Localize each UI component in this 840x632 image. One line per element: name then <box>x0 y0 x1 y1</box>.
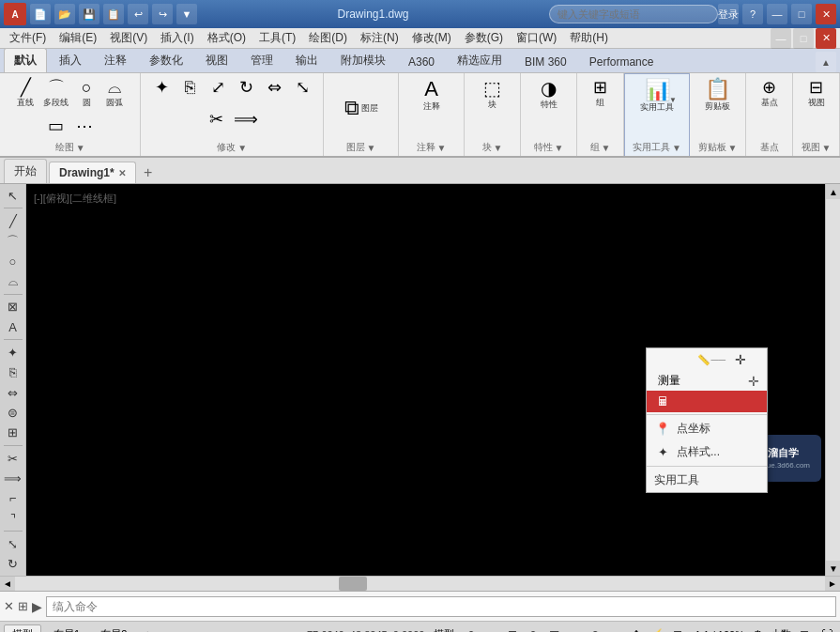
status-tab-add[interactable]: + <box>139 626 156 633</box>
lt-scale[interactable]: ⤡ <box>2 534 24 553</box>
annotation-text-btn[interactable]: A 注释 <box>419 77 445 115</box>
menu-help[interactable]: 帮助(H) <box>564 28 614 48</box>
scroll-up-btn[interactable]: ▲ <box>826 184 840 199</box>
cmd-expand-btn[interactable]: ⊞ <box>18 599 28 613</box>
menu-window[interactable]: 窗口(W) <box>511 28 562 48</box>
lt-circle[interactable]: ○ <box>2 252 24 270</box>
dropdown-point-coord-item[interactable]: 📍 点坐标 <box>647 417 767 440</box>
user-login[interactable]: 登录 <box>718 4 739 24</box>
group-group-label[interactable]: 组 ▼ <box>590 139 611 154</box>
title-search-input[interactable] <box>549 5 718 23</box>
menu-dimension[interactable]: 标注(N) <box>355 28 405 48</box>
close-button[interactable]: ✕ <box>816 4 836 24</box>
redo-icon[interactable]: ↪ <box>152 4 173 24</box>
status-sel-icon[interactable]: ⊡ <box>668 625 687 633</box>
status-tab-model[interactable]: 模型 <box>4 624 41 632</box>
modify-stretch-btn[interactable]: ⤢ <box>205 77 231 98</box>
basepoint-group-label[interactable]: 基点 <box>760 139 779 154</box>
status-ortho-icon[interactable]: ⊞ <box>503 625 522 633</box>
lt-hatch[interactable]: ⊠ <box>2 298 24 316</box>
menu-modify[interactable]: 修改(M) <box>406 28 457 48</box>
status-qp-icon[interactable]: ⚡ <box>648 625 666 633</box>
clipboard-btn[interactable]: 📋 剪贴板 <box>702 77 733 115</box>
utility-btn[interactable]: 📊 实用工具 ▼ <box>637 78 677 116</box>
status-dyn-icon[interactable]: ◎ <box>586 625 604 633</box>
draw-group-label[interactable]: 绘图 ▼ <box>55 139 85 154</box>
block-group-label[interactable]: 块 ▼ <box>482 139 503 154</box>
tab-featured[interactable]: 精选应用 <box>447 48 512 72</box>
menu-param[interactable]: 参数(G) <box>459 28 509 48</box>
save-file-icon[interactable]: 💾 <box>79 4 99 24</box>
window-close-icon[interactable]: ✕ <box>816 28 836 49</box>
minimize-button[interactable]: — <box>767 4 787 24</box>
status-tab-layout2[interactable]: 布局2 <box>92 624 135 632</box>
modify-mirror-btn[interactable]: ⇔ <box>261 77 287 98</box>
scroll-right-btn[interactable]: ► <box>825 577 840 592</box>
dropdown-point-style-item[interactable]: ✦ 点样式... <box>647 440 767 464</box>
status-snap-icon[interactable]: ⊕ <box>462 625 481 633</box>
menu-edit[interactable]: 编辑(E) <box>53 28 102 48</box>
menu-format[interactable]: 格式(O) <box>202 28 252 48</box>
tab-start[interactable]: 开始 <box>4 159 47 183</box>
modify-scale-btn[interactable]: ⤡ <box>289 77 315 98</box>
modify-trim-btn[interactable]: ✂ <box>203 109 229 130</box>
lt-arc[interactable]: ⌓ <box>2 271 24 290</box>
tab-a360[interactable]: A360 <box>398 51 445 72</box>
drawing-canvas[interactable]: [-][俯视][二维线框] ▶ 溜溜自学 zixue.3d66.com 📏── … <box>26 184 840 576</box>
tab-performance[interactable]: Performance <box>579 51 664 72</box>
window-restore-icon[interactable]: — <box>771 28 791 49</box>
lt-copy[interactable]: ⎘ <box>2 363 24 382</box>
lt-select[interactable]: ↖ <box>2 186 24 205</box>
modify-move-btn[interactable]: ✦ <box>148 77 175 98</box>
status-tp-icon[interactable]: ✥ <box>627 625 646 633</box>
status-settings-icon[interactable]: ⚙ <box>748 625 767 633</box>
undo-icon[interactable]: ↩ <box>128 4 148 24</box>
lt-rotate[interactable]: ↻ <box>2 555 24 574</box>
open-file-icon[interactable]: 📂 <box>54 4 75 24</box>
draw-more-btn[interactable]: ⋯ <box>71 116 98 137</box>
tab-view[interactable]: 视图 <box>195 48 238 72</box>
status-workspace-icon[interactable]: ⊟ <box>795 625 814 633</box>
menu-tools[interactable]: 工具(T) <box>253 28 301 48</box>
scroll-down-btn[interactable]: ▼ <box>826 561 840 576</box>
properties-btn[interactable]: ◑ 特性 <box>536 77 562 113</box>
menu-file[interactable]: 文件(F) <box>4 28 52 48</box>
draw-arc-btn[interactable]: ⌓ 圆弧 <box>101 77 128 111</box>
lt-text[interactable]: A <box>2 317 24 336</box>
draw-line-btn[interactable]: ╱ 直线 <box>12 77 38 111</box>
status-grid-icon[interactable]: ≡ <box>482 625 501 633</box>
lt-extend[interactable]: ⟹ <box>2 469 24 487</box>
tab-annotation[interactable]: 注释 <box>94 48 137 72</box>
block-btn[interactable]: ⬚ 块 <box>480 77 506 113</box>
view-btn[interactable]: ⊟ 视图 <box>803 77 830 111</box>
view-group-label[interactable]: 视图 ▼ <box>802 139 832 154</box>
tab-bim360[interactable]: BIM 360 <box>514 51 577 72</box>
modify-group-label[interactable]: 修改 ▼ <box>217 139 247 154</box>
tab-drawing1[interactable]: Drawing1* ✕ <box>49 162 136 183</box>
modify-copy-btn[interactable]: ⎘ <box>176 77 203 98</box>
draw-rect-btn[interactable]: ▭ <box>43 116 69 137</box>
status-fullscreen-icon[interactable]: ⛶ <box>817 625 836 633</box>
ribbon-collapse-icon[interactable]: ▲ <box>816 52 836 72</box>
lt-move[interactable]: ✦ <box>2 343 24 362</box>
clipboard-group-label[interactable]: 剪贴板 ▼ <box>698 139 738 154</box>
tab-manage[interactable]: 管理 <box>240 48 283 72</box>
status-tab-layout1[interactable]: 布局1 <box>45 624 88 632</box>
lt-offset[interactable]: ⊜ <box>2 403 24 422</box>
lt-line[interactable]: ╱ <box>2 211 24 230</box>
properties-group-label[interactable]: 特性 ▼ <box>534 139 564 154</box>
tab-close-icon[interactable]: ✕ <box>118 168 126 178</box>
tab-parametric[interactable]: 参数化 <box>139 48 193 72</box>
group-btn[interactable]: ⊞ 组 <box>588 77 614 111</box>
scroll-thumb-h[interactable] <box>339 577 367 591</box>
lt-polyline[interactable]: ⌒ <box>2 232 24 251</box>
status-lweight-icon[interactable]: ≡ <box>606 625 625 633</box>
modify-rotate-btn[interactable]: ↻ <box>233 77 259 98</box>
tab-output[interactable]: 输出 <box>285 48 328 72</box>
status-osnap-icon[interactable]: ▦ <box>544 625 563 633</box>
draw-polyline-btn[interactable]: ⌒ 多段线 <box>40 77 71 111</box>
annotation-group-label[interactable]: 注释 ▼ <box>417 139 447 154</box>
dropdown-calculator-item[interactable]: 🖩 <box>647 391 767 412</box>
new-file-icon[interactable]: 📄 <box>30 4 51 24</box>
lt-fillet[interactable]: ⌐ <box>2 489 24 508</box>
